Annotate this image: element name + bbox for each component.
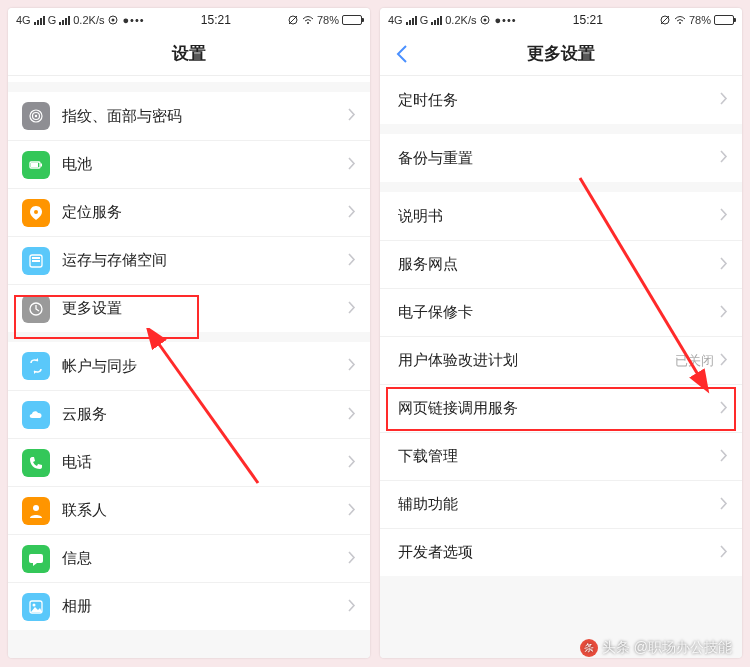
chevron-right-icon [348,300,356,318]
sync-icon [22,352,50,380]
settings-row[interactable]: 定时任务 [380,76,742,124]
battery-icon [714,15,734,25]
svg-point-1 [112,19,115,22]
status-bar: 4G G 0.2K/s ●••• 15:21 78% [380,8,742,32]
chevron-right-icon [720,544,728,562]
settings-row[interactable]: 云服务 [8,390,370,438]
svg-point-19 [33,603,36,606]
row-label: 定时任务 [398,91,720,110]
row-label: 信息 [62,549,348,568]
watermark: 条 头条 @职场办公技能 [580,639,732,657]
settings-row[interactable]: 更多设置 [8,284,370,332]
more-settings-list[interactable]: 定时任务备份与重置说明书服务网点电子保修卡用户体验改进计划已关闭网页链接调用服务… [380,76,742,658]
screen-settings: 4G G 0.2K/s ●••• 15:21 78% 设置 指纹、面部与密码电池… [8,8,370,658]
back-button[interactable] [390,42,414,66]
row-label: 电话 [62,453,348,472]
signal-icon [34,16,45,25]
settings-list[interactable]: 指纹、面部与密码电池定位服务运存与存储空间更多设置帐户与同步云服务电话联系人信息… [8,76,370,658]
chevron-right-icon [348,454,356,472]
chevron-right-icon [348,357,356,375]
settings-row[interactable]: 运存与存储空间 [8,236,370,284]
chevron-right-icon [348,502,356,520]
svg-point-7 [35,115,37,117]
chevron-right-icon [720,496,728,514]
settings-row[interactable]: 帐户与同步 [8,342,370,390]
chevron-right-icon [720,207,728,225]
chevron-right-icon [720,149,728,167]
signal-icon-2 [59,16,70,25]
message-icon [22,545,50,573]
settings-row[interactable]: 信息 [8,534,370,582]
settings-row[interactable]: 定位服务 [8,188,370,236]
wifi-icon [674,14,686,26]
chevron-right-icon [720,448,728,466]
settings-row[interactable]: 下载管理 [380,432,742,480]
clock: 15:21 [201,13,231,27]
row-label: 指纹、面部与密码 [62,107,348,126]
battery-icon [22,151,50,179]
fan-icon [479,14,491,26]
chevron-right-icon [348,107,356,125]
chevron-right-icon [720,256,728,274]
settings-row[interactable]: 开发者选项 [380,528,742,576]
svg-rect-17 [29,554,43,563]
network-label: 4G [388,14,403,26]
settings-row[interactable]: 指纹、面部与密码 [8,92,370,140]
svg-point-16 [33,505,39,511]
row-label: 开发者选项 [398,543,720,562]
status-bar: 4G G 0.2K/s ●••• 15:21 78% [8,8,370,32]
fingerprint-icon [22,102,50,130]
net-speed: 0.2K/s [445,14,476,26]
row-label: 更多设置 [62,299,348,318]
chevron-right-icon [348,252,356,270]
row-value: 已关闭 [675,352,714,370]
row-label: 备份与重置 [398,149,720,168]
settings-row[interactable]: 服务网点 [380,240,742,288]
chevron-right-icon [348,406,356,424]
settings-row[interactable]: 电子保修卡 [380,288,742,336]
settings-row[interactable]: 辅助功能 [380,480,742,528]
settings-row[interactable] [8,76,370,82]
chevron-left-icon [396,45,408,63]
row-label: 服务网点 [398,255,720,274]
row-label: 联系人 [62,501,348,520]
nav-bar: 更多设置 [380,32,742,76]
svg-point-22 [484,19,487,22]
chevron-right-icon [720,400,728,418]
row-label: 电子保修卡 [398,303,720,322]
settings-row[interactable]: 网页链接调用服务 [380,384,742,432]
row-label: 网页链接调用服务 [398,399,720,418]
settings-row[interactable]: 电池 [8,140,370,188]
settings-row[interactable]: 用户体验改进计划已关闭 [380,336,742,384]
gallery-icon [22,593,50,621]
dots-icon: ●••• [494,14,516,26]
settings-row[interactable]: 说明书 [380,192,742,240]
network-label: 4G [16,14,31,26]
row-label: 相册 [62,597,348,616]
alarm-off-icon [287,14,299,26]
svg-rect-13 [32,257,40,259]
signal-icon-2 [431,16,442,25]
chevron-right-icon [348,204,356,222]
svg-rect-10 [31,163,38,167]
settings-row[interactable]: 备份与重置 [380,134,742,182]
settings-row[interactable]: 相册 [8,582,370,630]
chevron-right-icon [348,156,356,174]
network-ext: G [48,14,57,26]
row-label: 下载管理 [398,447,720,466]
watermark-text: 头条 @职场办公技能 [602,639,732,657]
row-label: 帐户与同步 [62,357,348,376]
row-label: 辅助功能 [398,495,720,514]
chevron-right-icon [348,550,356,568]
settings-row[interactable]: 电话 [8,438,370,486]
row-label: 电池 [62,155,348,174]
chevron-right-icon [720,91,728,109]
battery-icon [342,15,362,25]
page-title: 设置 [172,42,206,65]
net-speed: 0.2K/s [73,14,104,26]
location-icon [22,199,50,227]
settings-row[interactable]: 联系人 [8,486,370,534]
battery-pct: 78% [317,14,339,26]
row-label: 定位服务 [62,203,348,222]
svg-point-11 [34,210,38,214]
